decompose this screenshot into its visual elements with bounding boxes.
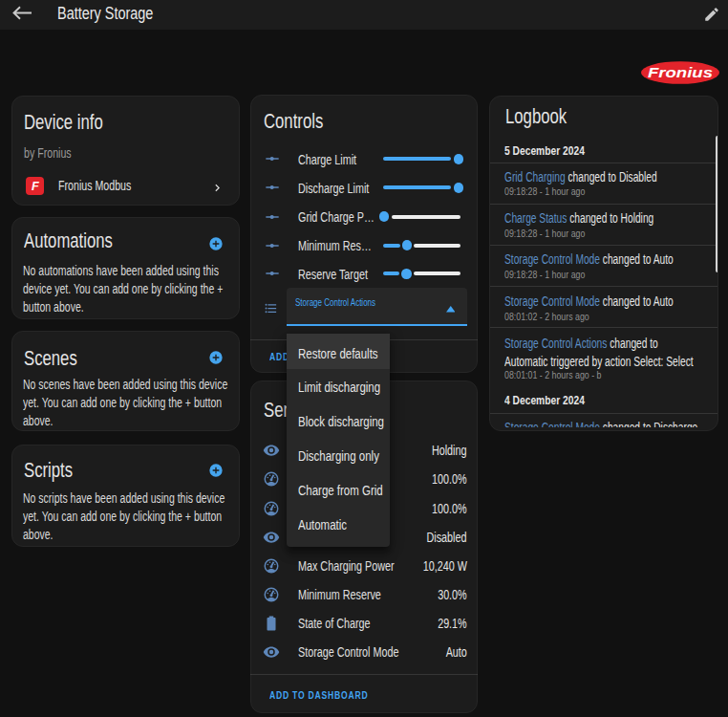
svg-text:F: F xyxy=(32,180,39,193)
svg-text:Fronius: Fronius xyxy=(648,64,713,80)
